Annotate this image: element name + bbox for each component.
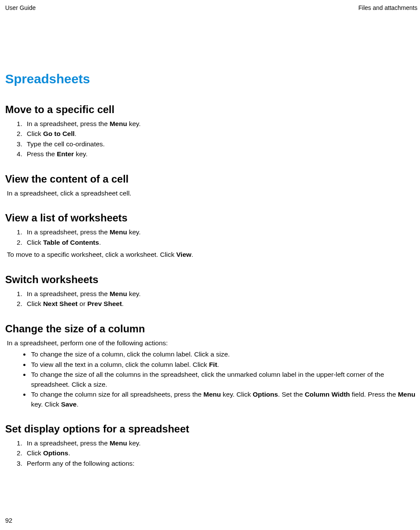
list-item: To change the column size for all spread… [30,390,417,409]
bold-text: Save [61,401,76,408]
ordered-list: In a spreadsheet, press the Menu key.Cli… [5,289,417,309]
bold-text: Fit [209,361,217,368]
subsection-title: View a list of worksheets [5,212,417,224]
page-header: User Guide Files and attachments [0,4,420,11]
bold-text: Column Width [305,391,350,398]
ordered-list: In a spreadsheet, press the Menu key.Cli… [5,439,417,468]
bold-text: Prev Sheet [87,300,122,307]
bold-text: Go to Cell [43,130,75,137]
list-item: Click Go to Cell. [24,129,417,139]
page-title: Spreadsheets [5,72,417,86]
bold-text: Menu [204,391,221,398]
bold-text: Options [253,391,278,398]
list-item: Click Options. [24,448,417,458]
subsection-title: Set display options for a spreadsheet [5,423,417,435]
page-content: Spreadsheets Move to a specific cellIn a… [0,11,420,468]
list-item: In a spreadsheet, press the Menu key. [24,119,417,129]
bold-text: Menu [398,391,415,398]
bold-text: Enter [57,150,74,158]
bold-text: View [176,251,191,258]
subsection-title: Move to a specific cell [5,104,417,116]
list-item: Click Table of Contents. [24,238,417,247]
bold-text: Table of Contents [43,239,99,246]
list-item: To change the size of all the columns in… [30,370,417,389]
subsection-title: Switch worksheets [5,274,417,286]
list-item: Perform any of the following actions: [24,459,417,468]
list-item: In a spreadsheet, press the Menu key. [24,439,417,448]
list-item: To change the size of a column, click th… [30,350,417,359]
bold-text: Next Sheet [43,300,78,307]
paragraph: In a spreadsheet, click a spreadsheet ce… [7,189,417,198]
list-item: In a spreadsheet, press the Menu key. [24,227,417,237]
paragraph: To move to a specific worksheet, click a… [7,250,417,259]
list-item: In a spreadsheet, press the Menu key. [24,289,417,299]
bold-text: Menu [110,439,127,447]
bold-text: Options [43,449,69,457]
bold-text: Menu [110,120,127,127]
bold-text: Menu [110,228,127,236]
list-item: Type the cell co-ordinates. [24,139,417,149]
paragraph: In a spreadsheet, perform one of the fol… [7,338,417,348]
page-number: 92 [5,517,13,524]
list-item: To view all the text in a column, click … [30,360,417,369]
bulleted-list: To change the size of a column, click th… [5,350,417,409]
header-right: Files and attachments [358,4,417,11]
page: User Guide Files and attachments Spreads… [0,0,420,530]
list-item: Click Next Sheet or Prev Sheet. [24,299,417,309]
ordered-list: In a spreadsheet, press the Menu key.Cli… [5,227,417,247]
subsection-title: View the content of a cell [5,173,417,185]
subsection-title: Change the size of a column [5,323,417,335]
bold-text: Menu [110,290,127,297]
ordered-list: In a spreadsheet, press the Menu key.Cli… [5,119,417,159]
list-item: Press the Enter key. [24,149,417,159]
header-left: User Guide [5,4,36,11]
